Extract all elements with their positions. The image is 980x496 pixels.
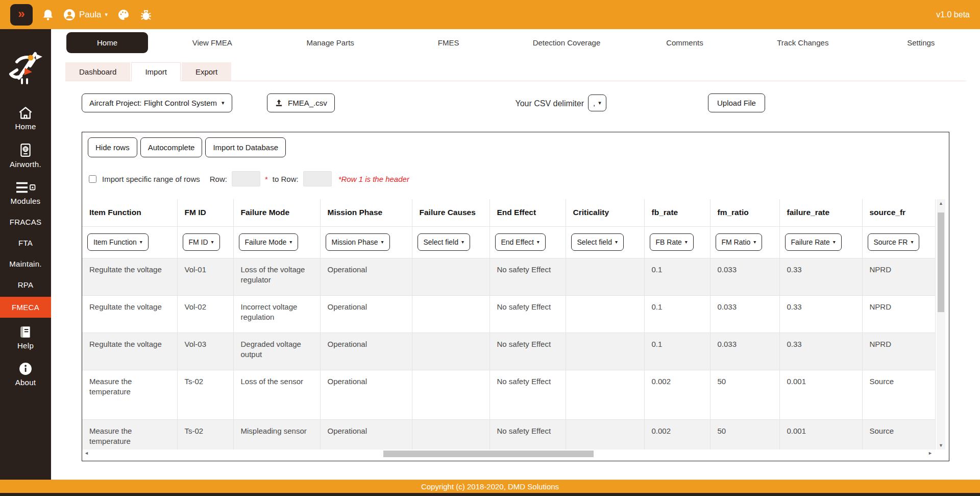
cell-fb-rate: 0.002 [644,419,710,450]
filter-fm-ratio-button[interactable]: FM Ratio▾ [716,233,763,251]
filter-mission-phase-button[interactable]: Mission Phase▾ [326,233,390,251]
cell-failure-rate: 0.33 [779,295,862,333]
modules-icon [15,181,36,194]
filter-source-fr-button[interactable]: Source FR▾ [868,233,920,251]
table-row[interactable]: Regultate the voltageVol-01Loss of the v… [82,258,935,295]
vertical-scrollbar[interactable]: ▲ ▼ [937,199,945,450]
filter-end-effect-button[interactable]: End Effect▾ [495,233,546,251]
app-logo-bird-icon[interactable] [7,46,44,87]
row-to-input[interactable] [303,171,332,186]
autocomplete-button[interactable]: Autocomplete [140,137,203,157]
row-from-input[interactable] [232,171,260,186]
sidebar-collapse-button[interactable]: » [10,4,33,26]
user-menu[interactable]: Paula ▾ [63,9,108,21]
table-row[interactable]: Measure the temperatureTs-02Loss of the … [82,370,935,419]
csv-delimiter-select[interactable]: , ▾ [588,95,606,111]
horizontal-scrollbar[interactable]: ◄ ► [83,450,934,458]
nav-tab-track-changes[interactable]: Track Changes [744,38,862,47]
sidebar-item-help[interactable]: Help [0,321,51,355]
csv-file-button[interactable]: FMEA_.csv [267,93,335,112]
scroll-up-arrow-icon[interactable]: ▲ [937,201,945,206]
notifications-bell-icon[interactable] [42,9,54,21]
table-row[interactable]: Measure the temperatureTs-02Mispleading … [82,419,935,450]
table-row[interactable]: Regultate the voltageVol-03Degraded volt… [82,333,935,370]
main-nav: HomeView FMEAManage PartsFMESDetection C… [51,29,980,56]
nav-tab-home[interactable]: Home [66,32,148,53]
theme-palette-icon[interactable] [117,9,130,21]
cell-source-fr: NPRD [862,258,935,295]
bug-report-icon[interactable] [139,9,153,21]
row-from-label: Row: [210,175,227,183]
filter-label: Select field [577,238,612,246]
column-header-label: failure_rate [787,208,830,217]
filter-failure-mode-button[interactable]: Failure Mode▾ [239,233,299,251]
user-name: Paula [79,10,101,20]
filter-fb-rate-button[interactable]: FB Rate▾ [650,233,694,251]
subtab-dashboard[interactable]: Dashboard [65,62,130,81]
scroll-right-arrow-icon[interactable]: ► [928,451,933,456]
filter-fm-id-button[interactable]: FM ID▾ [183,233,220,251]
cell-failure-rate: 0.001 [779,370,862,419]
cell-failure-mode: Incorrect voltage regulation [233,295,320,333]
filter-cell-item-function: Item Function▾ [82,226,177,258]
cell-failure-mode: Mispleading sensor [233,419,320,450]
horizontal-scroll-thumb[interactable] [383,451,594,457]
caret-down-icon: ▾ [222,100,225,106]
filter-criticality-button[interactable]: Select field▾ [571,233,624,251]
project-select-button[interactable]: Aircraft Project: Flight Control System … [82,93,232,112]
sidebar-item-about[interactable]: About [0,358,51,391]
sidebar-nav: HomeAirworth.ModulesFRACASFTAMaintain.RP… [0,102,51,391]
upload-file-button[interactable]: Upload File [708,93,765,112]
filter-failure-rate-button[interactable]: Failure Rate▾ [785,233,842,251]
filter-cell-end-effect: End Effect▾ [489,226,566,258]
cell-item-function: Regultate the voltage [82,295,177,333]
cell-failure-rate: 0.33 [779,258,862,295]
cell-failure-causes [412,333,489,370]
column-header-mission-phase: Mission Phase [320,199,412,226]
column-header-criticality: Criticality [566,199,644,226]
column-header-source-fr: source_fr [862,199,935,226]
sidebar-item-rpa[interactable]: RPA [0,276,51,294]
caret-down-icon: ▾ [105,12,108,17]
import-range-checkbox[interactable] [89,175,96,183]
subtab-export[interactable]: Export [182,62,231,81]
sidebar-item-maintain[interactable]: Maintain. [0,255,51,273]
import-to-database-button[interactable]: Import to Database [205,137,286,157]
cell-mission-phase: Operational [320,333,412,370]
sidebar-item-airworth[interactable]: Airworth. [0,138,51,173]
subtabs: DashboardImportExport [65,61,966,81]
nav-tab-fmes[interactable]: FMES [389,38,507,47]
sidebar-item-fta[interactable]: FTA [0,234,51,252]
passport-icon [19,143,32,157]
caret-down-icon: ▾ [289,240,292,245]
nav-tab-view-fmea[interactable]: View FMEA [153,38,271,47]
sidebar-item-modules[interactable]: Modules [0,176,51,210]
required-asterisk: * [265,175,268,183]
cell-failure-mode: Loss of the sensor [233,370,320,419]
filter-cell-failure-mode: Failure Mode▾ [233,226,320,258]
filter-cell-source-fr: Source FR▾ [862,226,935,258]
nav-tab-comments[interactable]: Comments [626,38,744,47]
caret-down-icon: ▾ [598,100,601,106]
cell-fb-rate: 0.1 [644,333,710,370]
sidebar-item-fmeca[interactable]: FMECA [0,297,51,318]
filter-item-function-button[interactable]: Item Function▾ [87,233,149,251]
nav-tab-detection-coverage[interactable]: Detection Coverage [507,38,625,47]
vertical-scroll-thumb[interactable] [938,212,944,312]
table-row[interactable]: Regultate the voltageVol-02Incorrect vol… [82,295,935,333]
filter-cell-criticality: Select field▾ [566,226,644,258]
cell-end-effect: No safety Effect [489,333,566,370]
cell-fm-id: Ts-02 [177,370,233,419]
nav-tab-settings[interactable]: Settings [862,38,980,47]
scroll-left-arrow-icon[interactable]: ◄ [84,451,89,456]
cell-failure-rate: 0.001 [779,419,862,450]
filter-failure-causes-button[interactable]: Select field▾ [418,233,471,251]
subtab-import[interactable]: Import [131,62,181,81]
filter-label: Select field [424,238,458,246]
sidebar-item-label: Help [17,341,34,350]
nav-tab-manage-parts[interactable]: Manage Parts [271,38,389,47]
hide-rows-button[interactable]: Hide rows [88,137,137,157]
cell-fm-ratio: 0.033 [710,258,779,295]
sidebar-item-fracas[interactable]: FRACAS [0,213,51,231]
scroll-down-arrow-icon[interactable]: ▼ [937,443,945,448]
